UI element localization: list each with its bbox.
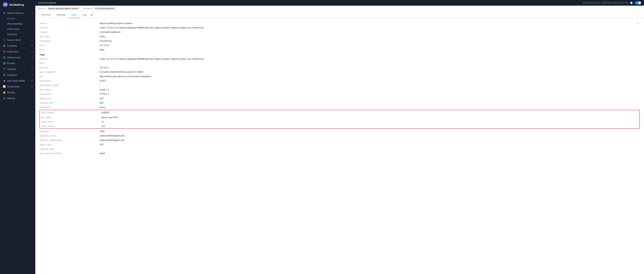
status-code-value: 200 bbox=[100, 143, 640, 146]
response-flags-value: - bbox=[100, 148, 640, 150]
main-content: General-Endpoint 2024-09-13 10:16 ~ 2024… bbox=[35, 0, 644, 274]
infrastructure-icon: ⬛ bbox=[3, 56, 6, 59]
tag-row-url: url: http://dashscope.aliyuncs.com/v1/ch… bbox=[40, 74, 640, 78]
tab-log-label: Log bbox=[82, 14, 86, 16]
sidebar-item-browser[interactable]: 🌐 Browser bbox=[0, 60, 35, 66]
tag-row-downstream-cluster: downstream_cluster: - bbox=[40, 83, 640, 88]
instance-field-value: router~10.42.0.14~higress-gateway-65884f… bbox=[100, 26, 640, 29]
sidebar-item-services[interactable]: Services bbox=[0, 16, 35, 21]
detail-row-instance: Instance: router~10.42.0.14~higress-gate… bbox=[40, 26, 640, 30]
detail-row-peer: Peer: 127.0.0.1 bbox=[40, 43, 640, 48]
span-type-field-value: Entry bbox=[100, 35, 640, 38]
output-tokens-label: output_tokens: bbox=[41, 125, 101, 128]
http-method-label: http.method: bbox=[40, 80, 100, 82]
tab-overview[interactable]: Overview bbox=[38, 12, 53, 18]
settings-label: Settings bbox=[7, 97, 32, 100]
sidebar-item-infrastructure[interactable]: ⬛ Infrastructure ▾ bbox=[0, 54, 35, 60]
general-service-icon: ⊞ bbox=[3, 12, 6, 14]
downstream-cluster-label: downstream_cluster: bbox=[40, 84, 100, 86]
breadcrumb-separator: › bbox=[82, 7, 82, 10]
endpoint-breadcrumb-value[interactable]: /v1/chat/completions bbox=[94, 7, 116, 10]
gateway-icon: ⛩ bbox=[3, 68, 6, 70]
table-icon[interactable]: ⊞ bbox=[89, 12, 94, 18]
component2-value: proxy bbox=[100, 106, 640, 108]
alerting-icon: 🔔 bbox=[3, 91, 6, 94]
detail-row-component: Component: EnvoyProxy bbox=[40, 39, 640, 43]
llm-model-label: llm_model: bbox=[41, 116, 101, 119]
tag-row-http-method: http.method: POST bbox=[40, 78, 640, 83]
chevron-right-icon-2: ▾ bbox=[32, 45, 32, 47]
sidebar-item-gateway[interactable]: ⛩ Gateway ▾ bbox=[0, 66, 35, 72]
endpoint-breadcrumb-label: $Endpoint bbox=[84, 8, 92, 10]
page-title: General-Endpoint bbox=[38, 2, 56, 4]
llm-model-value: qwen-max-0403 bbox=[101, 116, 638, 119]
user-agent-value: curl/8.7.1 bbox=[100, 88, 640, 91]
chevron-right-icon-3: ▾ bbox=[32, 51, 32, 52]
component-field-value: EnvoyProxy bbox=[100, 40, 640, 42]
guid-label: guid:x-request-id: bbox=[40, 71, 100, 73]
tag-row-component2: component: proxy bbox=[40, 105, 640, 110]
sidebar-item-dashboards[interactable]: 📊 Dashboards ▾ bbox=[0, 84, 35, 90]
detail-row-endpoint: Endpoint: /v1/chat/completions bbox=[40, 30, 640, 34]
close-button[interactable]: × bbox=[635, 21, 640, 26]
response-flags-label: response_flags: bbox=[40, 148, 100, 150]
sidebar-item-kubernetes[interactable]: ☸ Kubernetes ▾ bbox=[0, 49, 35, 54]
url-label: url: bbox=[40, 75, 100, 78]
highlighted-row-llm-model: llm_model: qwen-max-0403 bbox=[40, 115, 640, 120]
tag-row-response-size: response_size: 804 bbox=[40, 101, 640, 105]
detail-row-service: Service: higress-gateway.higress-system bbox=[40, 21, 640, 26]
guid-value: 627ac851-6590-9535-b42a-63c337779b95 bbox=[100, 70, 640, 73]
toggle-thumb bbox=[638, 2, 641, 4]
sidebar-item-virtual-cache[interactable]: Virtual Cache bbox=[0, 26, 35, 32]
user-content-value: 你是谁? bbox=[101, 111, 638, 114]
sidebar-item-database[interactable]: 🗄 Database ▾ bbox=[0, 72, 35, 78]
tab-trace-label: Trace bbox=[71, 14, 77, 16]
logo: SW SkyWalking bbox=[0, 0, 35, 9]
chevron-right-icon-8: ▾ bbox=[32, 86, 32, 88]
upstream-cluster-name-value: outbound|443||qwen.dns bbox=[100, 139, 640, 142]
chevron-down-icon: ▾ bbox=[32, 12, 32, 14]
service-breadcrumb-value[interactable]: higress-gateway.higress-system bbox=[47, 7, 80, 10]
service-field-label: Service: bbox=[40, 22, 100, 24]
alerting-label: Alerting bbox=[7, 91, 32, 94]
component-field-label: Component: bbox=[40, 40, 100, 42]
kubernetes-label: Kubernetes bbox=[7, 50, 30, 53]
highlighted-row-output-tokens: output_tokens: 101 bbox=[40, 124, 640, 128]
response-size-value: 804 bbox=[100, 102, 640, 104]
tag-row-guid: guid:x-request-id: 627ac851-6590-9535-b4… bbox=[40, 70, 640, 74]
error-field-value: false bbox=[100, 48, 640, 51]
tag-row-upstream-cluster-name: upstream_cluster.name: outbound|443||qwe… bbox=[40, 138, 640, 142]
http-protocol-label: http.protocol: bbox=[40, 93, 100, 95]
toggle-track[interactable] bbox=[635, 1, 641, 4]
detail-panel: × Service: higress-gateway.higress-syste… bbox=[40, 21, 640, 156]
sidebar-item-virtual-database[interactable]: Virtual Database bbox=[0, 21, 35, 26]
topbar: General-Endpoint 2024-09-13 10:16 ~ 2024… bbox=[35, 0, 644, 6]
upstream-cluster-name-label: upstream_cluster.name: bbox=[40, 139, 100, 142]
logo-icon: SW bbox=[3, 2, 8, 7]
tab-topology[interactable]: Topology bbox=[53, 12, 68, 18]
user-content-label: user_content: bbox=[41, 112, 101, 114]
input-tokens-value: 11 bbox=[101, 120, 638, 123]
sidebar-item-functions[interactable]: ⚡ Functions ▾ bbox=[0, 43, 35, 49]
sidebar-item-service-mesh[interactable]: ⬡ Service Mesh ▾ bbox=[0, 37, 35, 43]
tag-row-peer-ipv4: peer.ipv4: 127.0.0.1 bbox=[40, 65, 640, 70]
sidebar-item-self-observability[interactable]: ◉ Self Observability ▾ bbox=[0, 78, 35, 84]
tag-row-status-code: status_code: 200 bbox=[40, 142, 640, 147]
auto-refresh-toggle[interactable] bbox=[635, 1, 641, 4]
sidebar-item-virtual-mq[interactable]: Virtual MQ bbox=[0, 32, 35, 37]
logo-label: SkyWalking bbox=[9, 3, 24, 6]
sidebar-item-settings[interactable]: ⚙ Settings bbox=[0, 95, 35, 101]
tab-log[interactable]: Log bbox=[80, 12, 89, 18]
user-agent-label: user_agent: bbox=[40, 88, 100, 91]
sidebar-item-alerting[interactable]: 🔔 Alerting bbox=[0, 90, 35, 95]
topbar-right: 2024-09-13 10:16 ~ 2024-09-13 10:46 UTC+… bbox=[583, 1, 641, 4]
component2-label: component: bbox=[40, 106, 100, 108]
service-breadcrumb-label: $Service bbox=[38, 8, 46, 10]
database-icon: 🗄 bbox=[3, 74, 6, 76]
tab-trace[interactable]: Trace bbox=[68, 12, 80, 18]
self-obs-label: Self Observability bbox=[7, 80, 30, 82]
sidebar-item-general-service[interactable]: ⊞ General Service ▾ bbox=[0, 10, 35, 16]
dashboards-icon: 📊 bbox=[3, 85, 6, 88]
instance-field-label: Instance: bbox=[40, 26, 100, 29]
node-id-label: node_id: bbox=[40, 58, 100, 60]
